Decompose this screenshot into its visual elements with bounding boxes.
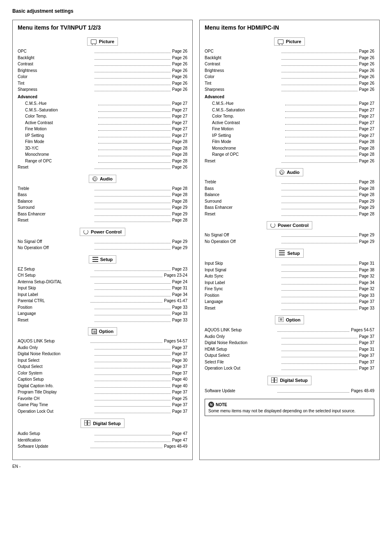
left-setup-section: Setup EZ SetupPage 23 CH SetupPages 23-2… [18,255,187,324]
list-item: MonochromePage 28 [212,145,374,152]
page-title: Basic adjustment settings [12,8,380,14]
list-item: SurroundPage 29 [205,198,374,205]
left-power-list: No Signal OffPage 29 No Operation OffPag… [18,238,187,251]
note-icon: N [208,402,214,407]
power-icon [83,229,88,234]
svg-rect-0 [92,257,98,258]
list-item: Operation Lock OutPage 37 [205,365,374,372]
svg-rect-2 [92,261,98,262]
list-item: Input LabelPage 34 [205,280,374,286]
list-item: No Operation OffPage 29 [18,245,187,251]
right-picture-header: Picture [274,37,305,46]
left-power-label: Power Control [91,229,122,234]
setup-icon-right [279,250,285,256]
list-item: Game Play TimePage 37 [18,402,187,408]
list-item: SharpnessPage 26 [18,86,187,93]
list-item: Fine SyncPage 32 [205,286,374,292]
digital-icon [84,420,90,426]
svg-rect-20 [272,378,274,380]
list-item: Software UpdatePages 48-49 [18,443,187,450]
list-item: Input SignalPage 38 [205,267,374,273]
list-item: Auto SyncPage 32 [205,273,374,280]
svg-rect-11 [88,423,90,425]
left-digital-header: Digital Setup [81,419,124,428]
right-power-list: No Signal OffPage 29 No Operation OffPag… [205,232,374,245]
advanced-label-right: Advanced [205,94,374,100]
list-item: OPCPage 26 [205,48,374,55]
right-audio-header: Audio [276,168,303,176]
list-item: BalancePage 28 [205,192,374,198]
left-digital-label: Digital Setup [93,421,120,426]
right-picture-list: OPCPage 26 BacklightPage 26 ContrastPage… [205,48,374,164]
right-setup-label: Setup [287,251,300,256]
right-power-section: Power Control No Signal OffPage 29 No Op… [205,221,374,245]
svg-rect-1 [92,259,98,260]
list-item: ResetPage 28 [18,217,187,224]
list-item: ResetPage 26 [18,164,187,171]
list-item: Range of OPCPage 28 [25,158,187,164]
note-box: N NOTE Some menu items may not be displa… [205,399,374,416]
right-column: Menu items for HDMI/PC-IN Picture OPCPag… [199,20,380,460]
list-item: Input SkipPage 31 [205,260,374,267]
right-digital-label: Digital Setup [280,378,307,383]
right-setup-list: Input SkipPage 31 Input SignalPage 38 Au… [205,260,374,311]
option-icon-right [279,317,284,323]
list-item: Range of OPCPage 28 [212,151,374,158]
list-item: ContrastPage 26 [205,61,374,67]
list-item: Color Temp.Page 27 [25,113,187,120]
list-item: Caption SetupPage 40 [18,376,187,383]
list-item: C.M.S.-SaturationPage 27 [25,107,187,113]
list-item: Color SystemPage 37 [18,370,187,377]
list-item: Input SelectPage 30 [18,357,187,364]
list-item: Active ContrastPage 27 [212,120,374,126]
right-option-header: Option [275,315,304,324]
list-item: Antenna Setup-DIGITALPage 24 [18,279,187,285]
list-item: ResetPage 28 [205,211,374,217]
list-item: Select FilePage 37 [205,359,374,365]
list-item: BacklightPage 26 [205,55,374,61]
list-item: TintPage 26 [205,80,374,87]
right-power-label: Power Control [278,223,309,228]
left-picture-label: Picture [99,39,114,44]
list-item: AQUOS LINK SetupPages 54-57 [18,338,187,345]
list-item: ColorPage 26 [205,74,374,80]
list-item: ResetPage 33 [205,305,374,312]
list-item: ColorPage 26 [18,74,187,80]
list-item: Film ModePage 28 [212,139,374,145]
list-item: No Signal OffPage 29 [18,238,187,245]
digital-icon-right [271,377,277,384]
list-item: BalancePage 28 [18,198,187,205]
tv-icon [91,39,97,44]
list-item: Fine MotionPage 27 [212,126,374,132]
power-icon-right [270,223,275,228]
list-item: PositionPage 33 [18,304,187,311]
right-digital-section: Digital Setup Software UpdatePages 48-49 [205,376,374,394]
svg-rect-23 [275,380,277,382]
list-item: BassPage 28 [18,192,187,198]
left-power-header: Power Control [80,228,125,236]
right-option-label: Option [286,317,300,322]
list-item: AQUOS LINK SetupPages 54-57 [205,327,374,333]
footer: EN - [12,464,380,469]
list-item: Audio OnlyPage 37 [205,333,374,340]
list-item: C.M.S.-HuePage 27 [25,100,187,107]
left-column: Menu items for TV/INPUT 1/2/3 Picture OP… [12,20,193,460]
list-item: OPCPage 26 [18,48,187,55]
left-audio-list: TreblePage 28 BassPage 28 BalancePage 28… [18,185,187,224]
right-picture-section: Picture OPCPage 26 BacklightPage 26 Cont… [205,37,374,164]
list-item: Input SkipPage 31 [18,285,187,291]
svg-rect-13 [279,252,285,253]
right-digital-header: Digital Setup [267,376,311,385]
list-item: SurroundPage 29 [18,204,187,211]
list-item: Audio SetupPage 47 [18,430,187,437]
list-item: BassPage 28 [205,185,374,192]
right-setup-header: Setup [275,249,304,258]
list-item: No Operation OffPage 29 [205,238,374,245]
left-picture-section: Picture OPCPage 26 BacklightPage 26 Cont… [18,37,187,171]
right-col-header: Menu items for HDMI/PC-IN [205,24,374,33]
list-item: LanguagePage 37 [205,298,374,305]
left-digital-section: Digital Setup Audio SetupPage 47 Identif… [18,419,187,450]
svg-rect-14 [279,254,285,255]
left-picture-list: OPCPage 26 BacklightPage 26 ContrastPage… [18,48,187,171]
list-item: Output SelectPage 37 [18,363,187,370]
